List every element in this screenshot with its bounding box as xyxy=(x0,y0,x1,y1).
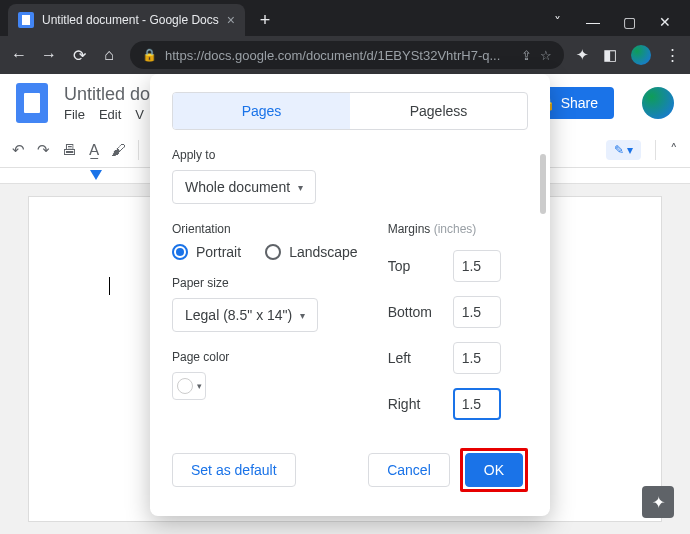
margin-bottom-input[interactable] xyxy=(453,296,501,328)
margin-left-input[interactable] xyxy=(453,342,501,374)
forward-icon[interactable]: → xyxy=(40,46,58,64)
maximize-icon[interactable]: ▢ xyxy=(622,14,636,30)
spellcheck-icon[interactable]: A̲ xyxy=(89,141,99,159)
docs-favicon xyxy=(18,12,34,28)
text-cursor xyxy=(109,277,110,295)
undo-icon[interactable]: ↶ xyxy=(12,141,25,159)
menu-file[interactable]: File xyxy=(64,107,85,122)
apply-to-dropdown[interactable]: Whole document xyxy=(172,170,316,204)
browser-address-bar: ← → ⟳ ⌂ 🔒 https://docs.google.com/docume… xyxy=(0,36,690,74)
radio-portrait[interactable]: Portrait xyxy=(172,244,241,260)
print-icon[interactable]: 🖶 xyxy=(62,141,77,158)
radio-landscape[interactable]: Landscape xyxy=(265,244,358,260)
reload-icon[interactable]: ⟳ xyxy=(70,46,88,65)
margin-left-label: Left xyxy=(388,350,443,366)
paper-size-value: Legal (8.5" x 14") xyxy=(185,307,292,323)
tab-title: Untitled document - Google Docs xyxy=(42,13,219,27)
editing-mode-button[interactable]: ✎ ▾ xyxy=(606,140,641,160)
window-controls: ˅ — ▢ ✕ xyxy=(550,14,690,36)
radio-dot-icon xyxy=(172,244,188,260)
dialog-actions: Set as default Cancel OK xyxy=(172,448,528,492)
orientation-label: Orientation xyxy=(172,222,358,236)
tab-pages[interactable]: Pages xyxy=(173,93,350,129)
paper-size-label: Paper size xyxy=(172,276,358,290)
margin-bottom-label: Bottom xyxy=(388,304,443,320)
close-tab-icon[interactable]: × xyxy=(227,12,235,28)
url-text: https://docs.google.com/document/d/1EBYS… xyxy=(165,48,513,63)
tab-pageless[interactable]: Pageless xyxy=(350,93,527,129)
page-color-label: Page color xyxy=(172,350,358,364)
star-icon[interactable]: ☆ xyxy=(540,48,552,63)
toolbar-separator xyxy=(655,140,656,160)
redo-icon[interactable]: ↷ xyxy=(37,141,50,159)
radio-portrait-label: Portrait xyxy=(196,244,241,260)
margin-top-input[interactable] xyxy=(453,250,501,282)
page-setup-dialog: Pages Pageless Apply to Whole document O… xyxy=(150,74,550,516)
browser-tab[interactable]: Untitled document - Google Docs × xyxy=(8,4,245,36)
new-tab-button[interactable]: + xyxy=(251,6,279,34)
margins-label: Margins (inches) xyxy=(388,222,528,236)
docs-app: Untitled document File Edit V 🔒 Share ↶ … xyxy=(0,74,690,534)
color-circle-icon xyxy=(177,378,193,394)
apply-to-label: Apply to xyxy=(172,148,528,162)
close-window-icon[interactable]: ✕ xyxy=(658,14,672,30)
home-icon[interactable]: ⌂ xyxy=(100,46,118,64)
paint-format-icon[interactable]: 🖌 xyxy=(111,141,126,158)
cancel-button[interactable]: Cancel xyxy=(368,453,450,487)
page-color-dropdown[interactable] xyxy=(172,372,206,400)
menu-edit[interactable]: Edit xyxy=(99,107,121,122)
radio-landscape-label: Landscape xyxy=(289,244,358,260)
extensions-icon[interactable]: ✦ xyxy=(576,46,589,64)
dialog-tabs: Pages Pageless xyxy=(172,92,528,130)
indent-marker-icon[interactable] xyxy=(90,170,102,180)
chevron-down-icon[interactable]: ˅ xyxy=(550,14,564,30)
back-icon[interactable]: ← xyxy=(10,46,28,64)
margin-right-label: Right xyxy=(388,396,443,412)
dialog-scrollbar[interactable] xyxy=(540,154,546,214)
apply-to-value: Whole document xyxy=(185,179,290,195)
account-avatar[interactable] xyxy=(642,87,674,119)
lock-icon: 🔒 xyxy=(142,48,157,62)
url-box[interactable]: 🔒 https://docs.google.com/document/d/1EB… xyxy=(130,41,564,69)
share-label: Share xyxy=(561,95,598,111)
explore-button[interactable]: ✦ xyxy=(642,486,674,518)
collapse-icon[interactable]: ˄ xyxy=(670,141,678,159)
profile-avatar-icon[interactable] xyxy=(631,45,651,65)
paper-size-dropdown[interactable]: Legal (8.5" x 14") xyxy=(172,298,318,332)
panel-icon[interactable]: ◧ xyxy=(603,46,617,64)
minimize-icon[interactable]: — xyxy=(586,14,600,30)
share-url-icon[interactable]: ⇪ xyxy=(521,48,532,63)
menu-view[interactable]: V xyxy=(135,107,144,122)
margin-top-label: Top xyxy=(388,258,443,274)
docs-logo-icon[interactable] xyxy=(16,83,48,123)
set-as-default-button[interactable]: Set as default xyxy=(172,453,296,487)
radio-dot-icon xyxy=(265,244,281,260)
kebab-menu-icon[interactable]: ⋮ xyxy=(665,46,680,64)
margin-right-input[interactable] xyxy=(453,388,501,420)
browser-titlebar: Untitled document - Google Docs × + ˅ — … xyxy=(0,0,690,36)
ok-highlight: OK xyxy=(460,448,528,492)
toolbar-separator xyxy=(138,140,139,160)
ok-button[interactable]: OK xyxy=(465,453,523,487)
